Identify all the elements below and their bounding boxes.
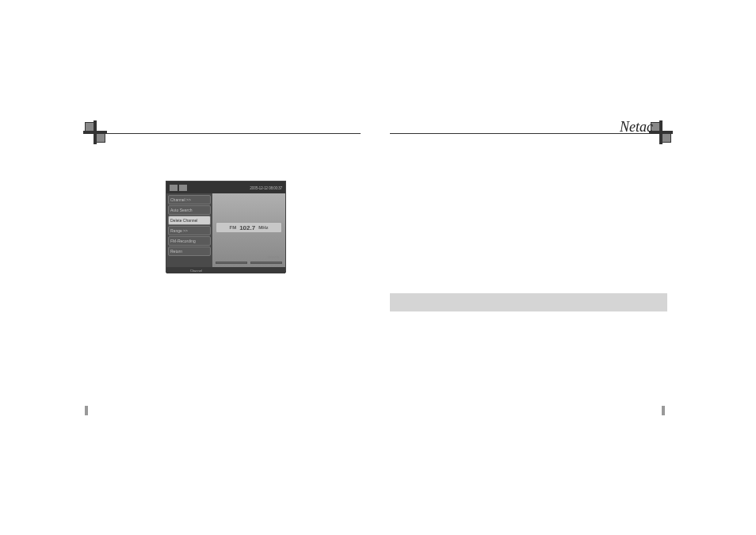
highlight-bar: [390, 293, 667, 311]
frequency-unit: MHz: [258, 225, 268, 230]
small-date-label: 2005/08: [268, 255, 279, 259]
menu-item-auto-search[interactable]: Auto Search: [168, 205, 211, 215]
menu-item-fm-recording[interactable]: FM-Recording: [168, 236, 211, 246]
menu-item-channel[interactable]: Channel >>: [168, 195, 211, 204]
device-menu: Channel >> Auto Search Delete Channel Ra…: [166, 193, 212, 267]
device-body: Channel >> Auto Search Delete Channel Ra…: [166, 193, 285, 267]
datetime-label: 2005-12-12 08:00:37: [250, 185, 282, 190]
frequency-value: 102.7: [239, 224, 255, 231]
band-label: FM: [229, 225, 236, 230]
frequency-display: FM 102.7 MHz: [216, 222, 282, 233]
device-screenshot: 2005-12-12 08:00:37 Channel >> Auto Sear…: [166, 181, 286, 273]
registration-mark-left: [83, 120, 107, 144]
device-footer: Channel: [166, 267, 285, 273]
footer-left-label: Channel: [190, 269, 202, 273]
device-status-bar: 2005-12-12 08:00:37: [166, 182, 285, 193]
status-icon: [179, 185, 187, 191]
brand-label: Netac: [620, 119, 653, 136]
menu-item-delete-channel[interactable]: Delete Channel: [168, 216, 211, 225]
device-display-area: FM 102.7 MHz 2005/08: [212, 193, 285, 267]
menu-item-return[interactable]: Return: [168, 246, 211, 256]
page-mark-right: [662, 406, 665, 415]
menu-item-range[interactable]: Range >>: [168, 226, 211, 235]
display-bottom-bar: [216, 262, 282, 264]
header-rule-left: [95, 133, 361, 134]
page-mark-left: [85, 406, 88, 415]
radio-icon: [170, 185, 178, 191]
